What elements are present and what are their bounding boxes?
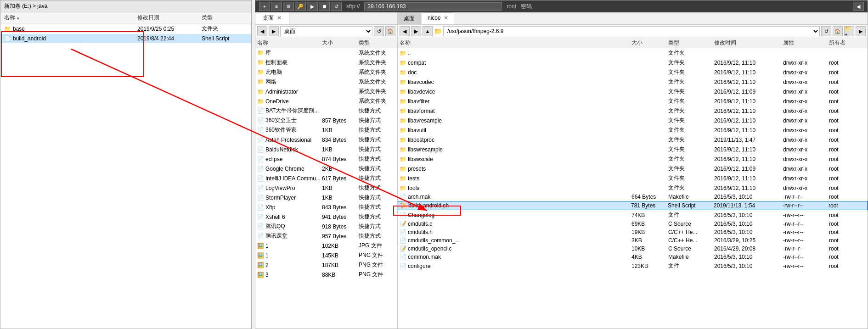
toolbar-btn-4[interactable]: 🔑 bbox=[295, 2, 306, 11]
local-home-btn[interactable]: 🏠 bbox=[385, 26, 395, 36]
local-file-row[interactable]: 📄LogViewPro1KB快捷方式 bbox=[255, 183, 397, 193]
remote-file-row[interactable]: 📄cmdutils_common_...3KBC/C++ He...2016/3… bbox=[398, 236, 868, 245]
remote-file-row[interactable]: 📁presets文件夹2016/9/12, 11:09drwxr-xr-xroo… bbox=[398, 164, 868, 173]
remote-file-row[interactable]: 📝cmdutils_opencl.c10KBC Source2016/4/29,… bbox=[398, 245, 868, 253]
col-name[interactable]: 名称 bbox=[4, 14, 137, 22]
local-file-row[interactable]: 📄IntelliJ IDEA Commu...617 Bytes快捷方式 bbox=[255, 173, 397, 183]
explorer-file-row[interactable]: 📄build_android2019/8/4 22:44Shell Script bbox=[0, 34, 251, 43]
remote-file-row[interactable]: 📁libpostproc文件夹2019/11/13, 1:47drwxr-xr-… bbox=[398, 135, 868, 145]
remote-home-btn[interactable]: 🏠 bbox=[833, 26, 843, 36]
local-refresh-btn[interactable]: ↺ bbox=[374, 26, 384, 36]
explorer-title-bar: 新加卷 (E:) > java bbox=[0, 0, 251, 12]
remote-file-row[interactable]: 📁libswresample文件夹2016/9/12, 11:10drwxr-x… bbox=[398, 145, 868, 154]
remote-col-attrs[interactable]: 属性 bbox=[783, 39, 829, 47]
remote-file-row[interactable]: 📁libavcodec文件夹2016/9/12, 11:10drwxr-xr-x… bbox=[398, 77, 868, 87]
remote-file-row[interactable]: 📁libswscale文件夹2016/9/12, 11:10drwxr-xr-x… bbox=[398, 154, 868, 164]
remote-file-name: 📝cmdutils.c bbox=[400, 221, 631, 227]
local-file-row[interactable]: 📄BAT大牛带你深度剖...快捷方式 bbox=[255, 106, 397, 116]
local-file-row[interactable]: 📄腾讯QQ918 Bytes快捷方式 bbox=[255, 222, 397, 231]
toolbar-btn-3[interactable]: ⚙ bbox=[283, 2, 294, 11]
remote-file-row[interactable]: 📁libavdevice文件夹2016/9/12, 11:09drwxr-xr-… bbox=[398, 87, 868, 96]
remote-file-row[interactable]: 📁libavutil文件夹2016/9/12, 11:10drwxr-xr-xr… bbox=[398, 125, 868, 135]
remote-file-name: 📁libavformat bbox=[400, 108, 631, 114]
toolbar-btn-2[interactable]: ≡ bbox=[271, 2, 282, 11]
local-file-row[interactable]: 📁网络系统文件夹 bbox=[255, 77, 397, 87]
local-file-row[interactable]: 📄腾讯课堂957 Bytes快捷方式 bbox=[255, 231, 397, 241]
toolbar-btn-7[interactable]: ↺ bbox=[331, 2, 342, 11]
local-file-row[interactable]: 📁OneDrive系统文件夹 bbox=[255, 96, 397, 106]
remote-path-dropdown[interactable]: /usr/jason/ffmpeg-2.6.9 bbox=[443, 26, 820, 36]
col-date[interactable]: 修改日期 bbox=[137, 14, 202, 22]
toolbar-btn-1[interactable]: + bbox=[259, 2, 270, 11]
local-tab-close[interactable]: ✕ bbox=[277, 15, 282, 21]
remote-file-row[interactable]: 📁tools文件夹2016/9/12, 11:10drwxr-xr-xroot bbox=[398, 183, 868, 193]
local-file-row[interactable]: 📄BaiduNetdisk1KB快捷方式 bbox=[255, 145, 397, 154]
local-file-row[interactable]: 🖼️1102KBJPG 文件 bbox=[255, 241, 397, 251]
remote-file-owner: root bbox=[829, 221, 866, 227]
local-file-row[interactable]: 📄360安全卫士857 Bytes快捷方式 bbox=[255, 116, 397, 125]
remote-file-size: 19KB bbox=[631, 229, 668, 235]
local-file-row[interactable]: 📄Xshell 6941 Bytes快捷方式 bbox=[255, 212, 397, 222]
local-file-row[interactable]: 📄Xftp843 Bytes快捷方式 bbox=[255, 202, 397, 212]
local-file-row[interactable]: 📄Google Chrome2KB快捷方式 bbox=[255, 164, 397, 173]
remote-tab[interactable]: nicoe✕ bbox=[422, 12, 454, 24]
local-file-name: 🖼️3 bbox=[257, 272, 322, 278]
local-path-dropdown[interactable]: 桌面 bbox=[280, 26, 372, 36]
remote-file-attrs: drwxr-xr-x bbox=[783, 60, 829, 66]
local-file-row[interactable]: 📁Administrator系统文件夹 bbox=[255, 87, 397, 96]
local-file-row[interactable]: 📄StormPlayer1KB快捷方式 bbox=[255, 193, 397, 202]
remote-file-row[interactable]: 📄arch.mak664 BytesMakefile2016/5/3, 10:1… bbox=[398, 193, 868, 201]
remote-file-row[interactable]: 📁compat文件夹2016/9/12, 11:10drwxr-xr-xroot bbox=[398, 58, 868, 67]
remote-file-row[interactable]: 📁doc文件夹2016/9/12, 11:10drwxr-xr-xroot bbox=[398, 67, 868, 77]
local-file-row[interactable]: 📄Astah Professional834 Bytes快捷方式 bbox=[255, 135, 397, 145]
remote-file-row[interactable]: 📄Changelog74KB文件2016/5/3, 10:10-rw-r--r-… bbox=[398, 210, 868, 220]
local-file-row[interactable]: 📄360软件管家1KB快捷方式 bbox=[255, 125, 397, 135]
local-file-row[interactable]: 🖼️2187KBPNG 文件 bbox=[255, 260, 397, 270]
local-fwd-btn[interactable]: ▶ bbox=[269, 26, 279, 36]
col-type[interactable]: 类型 bbox=[202, 14, 248, 22]
remote-file-row[interactable]: 📁libavfilter文件夹2016/9/12, 11:10drwxr-xr-… bbox=[398, 96, 868, 106]
remote-file-row[interactable]: 📄configure123KB文件2016/5/3, 10:10-rw-r--r… bbox=[398, 261, 868, 271]
local-file-row[interactable]: 📄eclipse874 Bytes快捷方式 bbox=[255, 154, 397, 164]
remote-file-name: 📁libavdevice bbox=[400, 89, 631, 95]
remote-tab[interactable]: 桌面 bbox=[398, 12, 421, 24]
toolbar-btn-5[interactable]: ▶ bbox=[307, 2, 318, 11]
remote-col-type[interactable]: 类型 bbox=[668, 39, 714, 47]
remote-file-row[interactable]: 📝cmdutils.c69KBC Source2016/5/3, 10:10-r… bbox=[398, 220, 868, 228]
remote-collapse-btn[interactable]: ▶ bbox=[856, 26, 866, 36]
remote-fwd-btn[interactable]: ▶ bbox=[411, 26, 421, 36]
sort-up-icon bbox=[16, 16, 20, 20]
remote-file-row[interactable]: 📁libavresample文件夹2016/9/12, 11:10drwxr-x… bbox=[398, 116, 868, 125]
remote-col-owner[interactable]: 所有者 bbox=[829, 39, 866, 47]
remote-file-row[interactable]: 📜build_android.sh781 BytesShell Script20… bbox=[398, 201, 868, 210]
local-file-row[interactable]: 📁库系统文件夹 bbox=[255, 48, 397, 58]
remote-file-name: 📁tests bbox=[400, 175, 631, 182]
local-file-row[interactable]: 📁此电脑系统文件夹 bbox=[255, 67, 397, 77]
local-file-row[interactable]: 🖼️1145KBPNG 文件 bbox=[255, 251, 397, 260]
remote-file-attrs: drwxr-xr-x bbox=[783, 117, 829, 124]
explorer-file-row[interactable]: 📁base2019/9/25 0:25文件夹 bbox=[0, 23, 251, 34]
local-col-type[interactable]: 类型 bbox=[359, 39, 395, 47]
remote-file-row[interactable]: 📁libavformat文件夹2016/9/12, 11:10drwxr-xr-… bbox=[398, 106, 868, 116]
remote-col-name[interactable]: 名称 bbox=[400, 39, 631, 47]
remote-back-btn[interactable]: ◀ bbox=[400, 26, 410, 36]
remote-file-row[interactable]: 📁..文件夹 bbox=[398, 48, 868, 58]
local-col-name[interactable]: 名称 bbox=[257, 39, 322, 47]
remote-file-row[interactable]: 📁tests文件夹2016/9/12, 11:10drwxr-xr-xroot bbox=[398, 173, 868, 183]
local-col-size[interactable]: 大小 bbox=[322, 39, 359, 47]
host-input[interactable] bbox=[364, 2, 502, 11]
remote-new-folder-btn[interactable]: 📁+ bbox=[844, 26, 854, 36]
remote-col-modified[interactable]: 修改时间 bbox=[714, 39, 783, 47]
remote-file-row[interactable]: 📄cmdutils.h19KBC/C++ He...2016/5/3, 10:1… bbox=[398, 228, 868, 236]
local-file-row[interactable]: 📁控制面板系统文件夹 bbox=[255, 58, 397, 67]
collapse-btn[interactable]: ◀ bbox=[853, 2, 864, 11]
toolbar-btn-6[interactable]: ⏹ bbox=[319, 2, 330, 11]
remote-col-size[interactable]: 大小 bbox=[631, 39, 668, 47]
local-file-row[interactable]: 🖼️388KBPNG 文件 bbox=[255, 270, 397, 279]
remote-file-row[interactable]: 📄common.mak4KBMakefile2016/5/3, 10:10-rw… bbox=[398, 253, 868, 261]
remote-refresh-btn[interactable]: ↺ bbox=[821, 26, 831, 36]
tab-close-icon[interactable]: ✕ bbox=[444, 15, 448, 21]
local-back-btn[interactable]: ◀ bbox=[257, 26, 267, 36]
local-tab-desktop[interactable]: 桌面 ✕ bbox=[255, 12, 289, 24]
remote-parent-btn[interactable]: ▲ bbox=[423, 26, 433, 36]
